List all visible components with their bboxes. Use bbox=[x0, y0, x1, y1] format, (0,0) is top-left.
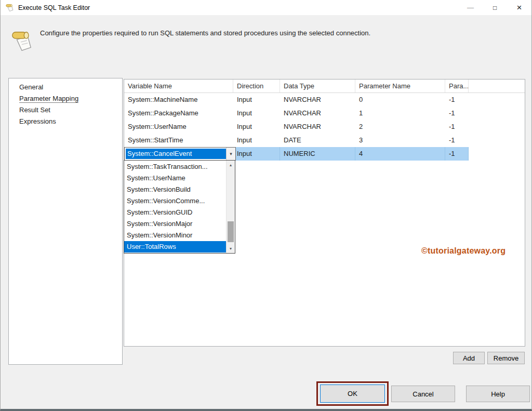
cell-direction[interactable]: Input bbox=[233, 93, 280, 107]
cell-data-type[interactable]: DATE bbox=[280, 134, 355, 147]
grid-header-row: Variable Name Direction Data Type Parame… bbox=[124, 79, 525, 93]
cell-parameter-size[interactable]: -1 bbox=[445, 93, 469, 107]
cell-variable-name[interactable]: System::UserName bbox=[124, 120, 233, 134]
column-header-direction[interactable]: Direction bbox=[233, 79, 280, 92]
sidebar-item-expressions[interactable]: Expressions bbox=[9, 116, 122, 127]
dropdown-item[interactable]: System::VersionMinor bbox=[124, 230, 226, 241]
add-button[interactable]: Add bbox=[453, 352, 485, 364]
grid-row[interactable]: System::StartTime Input DATE 3 -1 bbox=[124, 134, 525, 147]
column-header-variable-name[interactable]: Variable Name bbox=[124, 79, 233, 92]
ok-annotation-box: OK bbox=[316, 381, 389, 406]
variable-dropdown-list: System::TaskTransaction... System::UserN… bbox=[124, 160, 235, 254]
cell-parameter-size[interactable]: -1 bbox=[445, 134, 469, 147]
cell-direction[interactable]: Input bbox=[233, 107, 280, 120]
window-title: Execute SQL Task Editor bbox=[18, 4, 90, 11]
combobox-value[interactable]: System::CancelEvent bbox=[126, 149, 226, 159]
cell-parameter-size[interactable]: -1 bbox=[445, 107, 469, 120]
window-controls: — □ × bbox=[458, 0, 531, 15]
column-header-data-type[interactable]: Data Type bbox=[280, 79, 355, 92]
sql-task-icon bbox=[5, 3, 14, 12]
execute-sql-task-editor-dialog: Execute SQL Task Editor — □ × Configure … bbox=[0, 0, 532, 411]
cell-variable-name[interactable]: System::PackageName bbox=[124, 107, 233, 120]
dropdown-item[interactable]: System::TaskTransaction... bbox=[124, 161, 226, 173]
grid-row[interactable]: System::MachineName Input NVARCHAR 0 -1 bbox=[124, 93, 525, 107]
grid-row[interactable]: System::PackageName Input NVARCHAR 1 -1 bbox=[124, 107, 525, 120]
dropdown-item[interactable]: System::UserName bbox=[124, 173, 226, 184]
dropdown-item[interactable]: System::VersionBuild bbox=[124, 184, 226, 195]
dropdown-item-selected[interactable]: User::TotalRows bbox=[124, 241, 226, 253]
variable-name-combobox[interactable]: System::CancelEvent ▾ bbox=[124, 147, 236, 161]
cell-parameter-name[interactable]: 1 bbox=[355, 107, 445, 120]
titlebar: Execute SQL Task Editor — □ × bbox=[1, 0, 531, 15]
help-button[interactable]: Help bbox=[466, 386, 530, 402]
close-icon[interactable]: × bbox=[507, 0, 531, 15]
cell-data-type[interactable]: NUMERIC bbox=[280, 147, 355, 161]
column-header-parameter-name[interactable]: Parameter Name bbox=[355, 79, 445, 92]
grid-row[interactable]: System::UserName Input NVARCHAR 2 -1 bbox=[124, 120, 525, 134]
cell-data-type[interactable]: NVARCHAR bbox=[280, 93, 355, 107]
cell-direction[interactable]: Input bbox=[233, 120, 280, 134]
cell-variable-name[interactable]: System::StartTime bbox=[124, 134, 233, 147]
cell-direction[interactable]: Input bbox=[233, 134, 280, 147]
pages-list: General Parameter Mapping Result Set Exp… bbox=[8, 78, 123, 365]
dialog-description: Configure the properties required to run… bbox=[40, 29, 370, 37]
dropdown-scrollbar[interactable]: ▴ ▾ bbox=[226, 161, 235, 253]
cell-direction[interactable]: Input bbox=[233, 147, 280, 161]
cell-parameter-name[interactable]: 0 bbox=[355, 93, 445, 107]
minimize-icon[interactable]: — bbox=[458, 0, 483, 15]
cancel-button[interactable]: Cancel bbox=[391, 386, 455, 402]
cell-variable-name[interactable]: System::MachineName bbox=[124, 93, 233, 107]
cell-data-type[interactable]: NVARCHAR bbox=[280, 107, 355, 120]
cell-parameter-name[interactable]: 2 bbox=[355, 120, 445, 134]
grid-row-selected[interactable]: Input NUMERIC 4 -1 System::CancelEvent ▾ bbox=[124, 147, 469, 161]
cell-data-type[interactable]: NVARCHAR bbox=[280, 120, 355, 134]
watermark-text: ©tutorialgateway.org bbox=[421, 246, 506, 256]
sidebar-item-general[interactable]: General bbox=[9, 82, 122, 93]
remove-button[interactable]: Remove bbox=[487, 352, 525, 364]
sql-task-scroll-icon bbox=[10, 29, 34, 52]
cell-parameter-size[interactable]: -1 bbox=[445, 147, 469, 161]
scroll-up-icon[interactable]: ▴ bbox=[227, 161, 235, 169]
sidebar-item-parameter-mapping[interactable]: Parameter Mapping bbox=[9, 93, 122, 104]
column-header-parameter-size[interactable]: Para... bbox=[445, 79, 469, 92]
dropdown-item[interactable]: System::VersionComme... bbox=[124, 195, 226, 207]
maximize-icon[interactable]: □ bbox=[483, 0, 507, 15]
scroll-down-icon[interactable]: ▾ bbox=[227, 244, 235, 253]
dropdown-item[interactable]: System::VersionMajor bbox=[124, 218, 226, 230]
chevron-down-icon[interactable]: ▾ bbox=[226, 148, 235, 160]
cell-parameter-name[interactable]: 4 bbox=[355, 147, 445, 161]
sidebar-item-result-set[interactable]: Result Set bbox=[9, 104, 122, 116]
ok-button[interactable]: OK bbox=[320, 385, 385, 403]
scrollbar-thumb[interactable] bbox=[228, 221, 234, 242]
dropdown-item[interactable]: System::VersionGUID bbox=[124, 207, 226, 218]
dropdown-items: System::TaskTransaction... System::UserN… bbox=[124, 161, 226, 253]
cell-parameter-size[interactable]: -1 bbox=[445, 120, 469, 134]
cell-parameter-name[interactable]: 3 bbox=[355, 134, 445, 147]
